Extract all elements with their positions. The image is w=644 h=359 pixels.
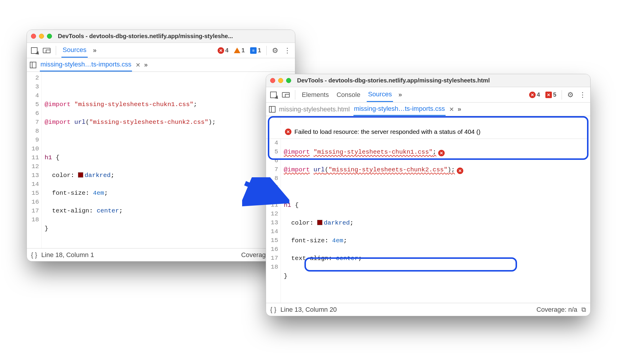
more-menu-icon[interactable]: ⋮ <box>579 91 586 99</box>
close-tab-icon[interactable]: ✕ <box>136 61 141 69</box>
close-window-icon[interactable] <box>31 34 36 39</box>
error-count[interactable]: ✕4 <box>218 47 229 54</box>
error-icon: ✕ <box>218 47 224 54</box>
pretty-print-icon[interactable]: { } <box>31 251 37 259</box>
warning-count[interactable]: 1 <box>234 47 245 54</box>
code-editor[interactable]: 3456789101112131415161718 ✕Failed to loa… <box>266 116 590 303</box>
info-count[interactable]: ≡1 <box>250 47 261 54</box>
info-icon: ≡ <box>250 47 257 54</box>
toggle-navigator-icon[interactable] <box>269 106 275 113</box>
tab-console[interactable]: Console <box>335 88 362 102</box>
code-line: @import url("missing-stylesheets-chunk2.… <box>45 118 292 127</box>
file-tabstrip: missing-stylesh…ts-imports.css ✕ » <box>27 58 295 72</box>
code-line: text-align: center; <box>45 207 292 215</box>
color-swatch-darkred[interactable] <box>317 220 322 225</box>
zoom-window-icon[interactable] <box>47 34 52 39</box>
code-content[interactable]: ✕Failed to load resource: the server res… <box>281 116 590 303</box>
main-toolbar: Elements Console Sources » ✕4 ✕5 ⚙ ⋮ <box>266 87 590 103</box>
code-line: h1 { <box>45 153 292 162</box>
file-tab[interactable]: missing-stylesh…ts-imports.css <box>40 58 132 72</box>
issue-icon: ✕ <box>545 92 552 98</box>
devtools-window-after: DevTools - devtools-dbg-stories.netlify.… <box>266 74 591 316</box>
tab-elements[interactable]: Elements <box>301 88 330 102</box>
more-files-icon[interactable]: » <box>144 61 148 69</box>
error-count[interactable]: ✕4 <box>529 91 540 98</box>
divider <box>56 46 56 55</box>
more-tabs-icon[interactable]: » <box>93 47 97 54</box>
titlebar[interactable]: DevTools - devtools-dbg-stories.netlify.… <box>27 30 295 43</box>
device-toggle-icon[interactable] <box>43 48 50 53</box>
code-line <box>284 183 587 192</box>
minimize-window-icon[interactable] <box>278 78 283 83</box>
settings-icon[interactable]: ⚙ <box>567 91 574 99</box>
error-icon: ✕ <box>285 129 291 135</box>
divider <box>266 46 267 55</box>
code-content[interactable]: @import "missing-stylesheets-chukn1.css"… <box>42 72 295 248</box>
cursor-position: Line 13, Column 20 <box>281 306 337 313</box>
code-line: h1 { <box>284 201 587 210</box>
error-tooltip: ✕Failed to load resource: the server res… <box>266 125 587 139</box>
statusbar: { } Line 18, Column 1 Coverage: n/a ⧉ <box>27 248 295 261</box>
window-title: DevTools - devtools-dbg-stories.netlify.… <box>297 77 490 84</box>
code-line: color: darkred; <box>284 219 587 228</box>
code-line: font-size: 4em; <box>284 236 587 245</box>
inspect-element-icon[interactable] <box>31 47 38 54</box>
window-title: DevTools - devtools-dbg-stories.netlify.… <box>58 33 233 40</box>
code-line <box>284 290 587 298</box>
code-line <box>45 82 292 91</box>
devtools-window-before: DevTools - devtools-dbg-stories.netlify.… <box>27 30 295 261</box>
more-menu-icon[interactable]: ⋮ <box>284 46 291 55</box>
close-window-icon[interactable] <box>270 78 275 83</box>
warning-icon <box>234 48 240 53</box>
cursor-position: Line 18, Column 1 <box>41 251 94 259</box>
code-line: font-size: 4em; <box>45 189 292 198</box>
inline-error-icon[interactable]: ✕ <box>457 168 463 174</box>
code-line <box>45 136 292 144</box>
close-tab-icon[interactable]: ✕ <box>449 106 454 113</box>
code-line: text-align: center; <box>284 254 587 263</box>
code-line <box>45 242 292 248</box>
minimize-window-icon[interactable] <box>39 34 44 39</box>
code-line: @import "missing-stylesheets-chukn1.css"… <box>284 148 587 157</box>
code-line: } <box>284 272 587 281</box>
code-line: @import url("missing-stylesheets-chunk2.… <box>284 165 587 174</box>
zoom-window-icon[interactable] <box>286 78 291 83</box>
line-gutter: 23456789101112131415161718 <box>27 72 42 248</box>
device-toggle-icon[interactable] <box>282 92 290 98</box>
settings-icon[interactable]: ⚙ <box>272 46 278 55</box>
error-icon: ✕ <box>529 92 536 98</box>
file-tabstrip: missing-stylesheets.html missing-stylesh… <box>266 103 590 116</box>
code-line: } <box>45 224 292 233</box>
file-tab[interactable]: missing-stylesheets.html <box>279 105 350 113</box>
pretty-print-icon[interactable]: { } <box>270 306 276 313</box>
titlebar[interactable]: DevTools - devtools-dbg-stories.netlify.… <box>266 74 590 87</box>
divider <box>295 90 295 100</box>
code-line: color: darkred; <box>45 171 292 180</box>
line-gutter: 3456789101112131415161718 <box>266 116 281 303</box>
code-editor[interactable]: 23456789101112131415161718 @import "miss… <box>27 72 295 248</box>
more-tabs-icon[interactable]: » <box>398 91 402 99</box>
tab-sources[interactable]: Sources <box>61 43 88 58</box>
divider <box>562 90 562 100</box>
issue-count[interactable]: ✕5 <box>545 91 556 98</box>
inspect-element-icon[interactable] <box>270 92 277 98</box>
inline-error-icon[interactable]: ✕ <box>438 150 445 156</box>
tab-sources[interactable]: Sources <box>367 87 393 102</box>
coverage-label: Coverage: n/a <box>537 306 577 313</box>
main-toolbar: Sources » ✕4 1 ≡1 ⚙ ⋮ <box>27 43 295 58</box>
more-files-icon[interactable]: » <box>458 105 461 113</box>
window-controls <box>270 78 291 83</box>
code-line: @import "missing-stylesheets-chukn1.css"… <box>45 100 292 109</box>
statusbar: { } Line 13, Column 20 Coverage: n/a ⧉ <box>266 303 590 316</box>
window-controls <box>31 34 52 39</box>
color-swatch-darkred[interactable] <box>78 172 83 178</box>
file-tab[interactable]: missing-stylesh…ts-imports.css <box>353 103 446 116</box>
source-map-icon[interactable]: ⧉ <box>581 306 586 313</box>
toggle-navigator-icon[interactable] <box>30 62 36 68</box>
